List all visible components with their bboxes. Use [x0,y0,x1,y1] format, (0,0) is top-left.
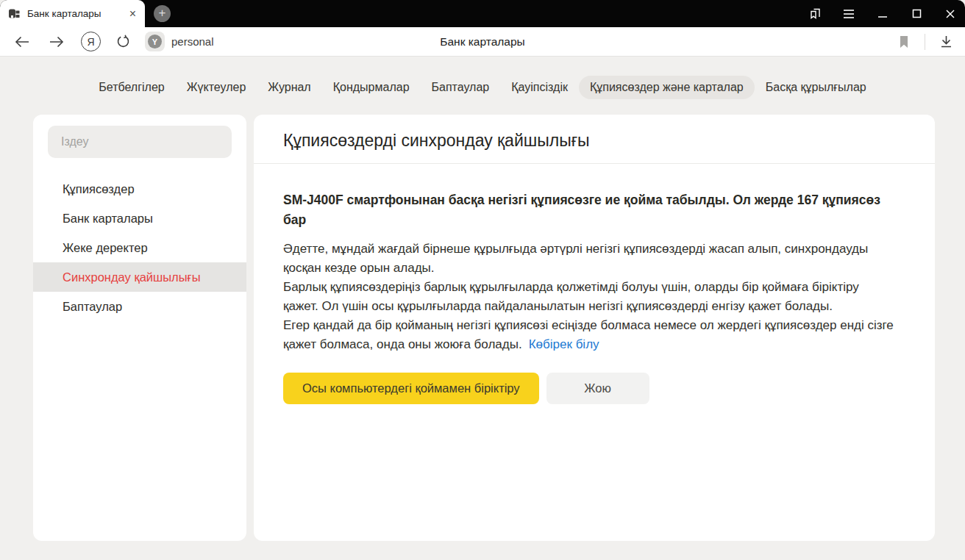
bookmark-icon[interactable] [894,32,914,52]
settings-panels: Құпиясөздер Банк карталары Жеке деректер… [33,115,935,541]
refresh-icon[interactable] [113,32,133,52]
sidebar-item-personal-data[interactable]: Жеке деректер [33,233,246,262]
sidebar-item-sync-conflict[interactable]: Синхрондау қайшылығы [33,262,246,292]
browser-window: Банк карталары × + [0,0,965,560]
profile-avatar: Y [145,32,165,51]
learn-more-link[interactable]: Көбірек білу [529,337,599,351]
sidebar-search [48,126,232,158]
tab-downloads[interactable]: Жүктеулер [176,76,257,99]
tab-passwords-and-cards[interactable]: Құпиясөздер және карталар [579,76,755,99]
tab-security[interactable]: Қауіпсіздік [500,76,579,99]
description-paragraph-3: Егер қандай да бір қойманың негізгі құпи… [283,316,895,354]
menu-icon[interactable] [841,7,856,21]
content-panel: Құпиясөздерді синхрондау қайшылығы SM-J4… [254,115,935,541]
address-bar-title[interactable]: Банк карталары [440,35,524,49]
profile-chip[interactable]: Y personal [145,32,214,51]
tab-bookmarks[interactable]: Бетбелгілер [88,76,175,99]
toolbar-divider [925,34,925,50]
tab-close-icon[interactable]: × [128,8,138,20]
description-paragraph-2: Барлық құпиясөздеріңіз барлық құрылғылар… [283,278,895,316]
delete-button[interactable]: Жою [546,373,649,404]
settings-page: Бетбелгілер Жүктеулер Журнал Қондырмалар… [0,57,965,560]
browser-toolbar: Я Y personal Банк карталары [0,27,965,57]
active-tab[interactable]: Банк карталары × [0,0,145,27]
conflict-summary: SM-J400F смартфонынан басқа негізгі құпи… [283,190,888,230]
heading-divider [254,163,935,164]
close-icon[interactable] [943,7,958,21]
sidebar-item-bank-cards[interactable]: Банк карталары [33,204,246,233]
toolbar-right [894,32,956,52]
description-paragraph-1: Әдетте, мұндай жағдай бірнеше құрылғыда … [283,240,895,278]
sidebar: Құпиясөздер Банк карталары Жеке деректер… [33,115,246,541]
download-icon[interactable] [936,32,956,52]
key-favicon-icon [8,7,21,20]
tab-title: Банк карталары [27,8,121,19]
minimize-icon[interactable] [875,7,890,21]
tab-other-devices[interactable]: Басқа құрылғылар [755,76,877,99]
window-controls [808,0,958,27]
panels-icon[interactable] [808,7,822,21]
maximize-icon[interactable] [909,7,924,21]
page-title: Құпиясөздерді синхрондау қайшылығы [283,131,905,151]
sidebar-item-passwords[interactable]: Құпиясөздер [33,174,246,204]
search-input[interactable] [48,135,232,148]
tab-history[interactable]: Журнал [257,76,321,99]
tab-settings[interactable]: Баптаулар [421,76,501,99]
tab-extensions[interactable]: Қондырмалар [322,76,421,99]
back-icon[interactable] [12,32,32,52]
conflict-description: Әдетте, мұндай жағдай бірнеше құрылғыда … [283,240,895,354]
merge-button[interactable]: Осы компьютердегі қоймамен біріктіру [283,373,539,404]
action-buttons: Осы компьютердегі қоймамен біріктіру Жою [283,373,905,404]
forward-icon[interactable] [46,32,66,52]
profile-name: personal [171,35,214,48]
sidebar-item-settings[interactable]: Баптаулар [33,292,246,321]
settings-nav-tabs: Бетбелгілер Жүктеулер Журнал Қондырмалар… [0,57,965,99]
sidebar-list: Құпиясөздер Банк карталары Жеке деректер… [33,174,246,321]
tab-bar: Банк карталары × + [0,0,965,27]
new-tab-button[interactable]: + [154,5,171,22]
yandex-logo-icon[interactable]: Я [81,32,101,51]
